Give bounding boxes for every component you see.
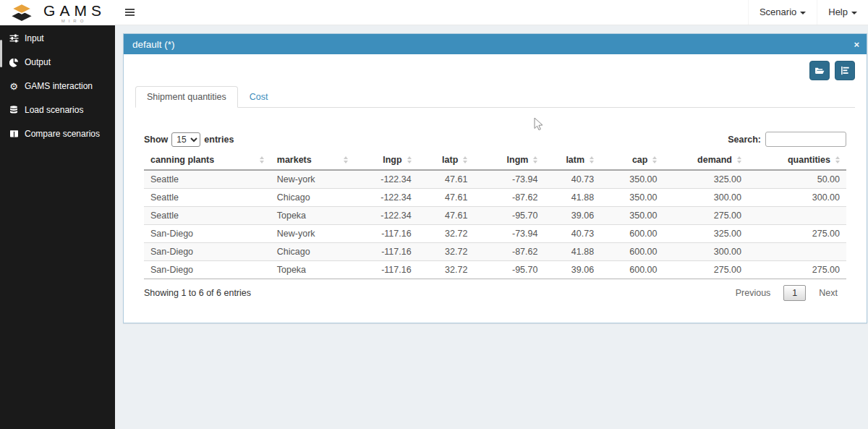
sort-icon[interactable] bbox=[652, 156, 657, 163]
column-header-demand[interactable]: demand bbox=[663, 151, 748, 170]
table-cell: -122.34 bbox=[354, 170, 417, 189]
table-cell: 40.73 bbox=[544, 225, 600, 243]
sidebar-scrollbar[interactable] bbox=[0, 40, 2, 67]
tab-shipment-quantities[interactable]: Shipment quantities bbox=[135, 86, 238, 108]
sidebar-item-compare-scenarios[interactable]: Compare scenarios bbox=[0, 123, 115, 145]
sidebar-item-output[interactable]: Output bbox=[0, 51, 115, 73]
sidebar-nav: InputOutput⚙GAMS interactionLoad scenari… bbox=[0, 27, 115, 145]
table-cell: 275.00 bbox=[663, 207, 748, 225]
column-header-quantities[interactable]: quantities bbox=[748, 151, 846, 170]
search-area: Search: bbox=[728, 132, 846, 147]
page-1-button[interactable]: 1 bbox=[783, 285, 806, 301]
table-cell: -73.94 bbox=[474, 170, 544, 189]
column-header-lngp[interactable]: lngp bbox=[354, 151, 417, 170]
table-cell: Topeka bbox=[271, 207, 355, 225]
close-icon[interactable]: × bbox=[854, 40, 859, 49]
sidebar-item-load-scenarios[interactable]: Load scenarios bbox=[0, 99, 115, 121]
sidebar-item-gams-interaction[interactable]: ⚙GAMS interaction bbox=[0, 75, 115, 97]
column-label: latp bbox=[442, 155, 458, 165]
chart-view-button[interactable] bbox=[835, 61, 855, 80]
table-row[interactable]: SeattleTopeka-122.3447.61-95.7039.06350.… bbox=[144, 207, 846, 225]
column-header-lngm[interactable]: lngm bbox=[474, 151, 544, 170]
table-cell: 325.00 bbox=[663, 170, 748, 189]
table-cell bbox=[748, 207, 846, 225]
table-row[interactable]: San-DiegoNew-york-117.1632.72-73.9440.73… bbox=[144, 225, 846, 243]
tab-bar: Shipment quantities Cost bbox=[135, 86, 855, 108]
table-cell: 32.72 bbox=[418, 243, 475, 261]
pie-chart-icon bbox=[9, 58, 19, 67]
sidebar-item-input[interactable]: Input bbox=[0, 27, 115, 49]
column-label: latm bbox=[566, 155, 584, 165]
sidebar: InputOutput⚙GAMS interactionLoad scenari… bbox=[0, 25, 115, 429]
previous-page-button[interactable]: Previous bbox=[727, 285, 780, 301]
table-cell: New-york bbox=[271, 225, 355, 243]
table-cell: -122.34 bbox=[354, 189, 417, 207]
table-cell: 275.00 bbox=[663, 261, 748, 279]
table-cell: 350.00 bbox=[600, 189, 663, 207]
sort-icon[interactable] bbox=[260, 156, 264, 163]
table-cell: 50.00 bbox=[748, 170, 846, 189]
table-cell: Seattle bbox=[144, 170, 271, 189]
gams-logo-icon bbox=[9, 2, 34, 24]
column-label: lngm bbox=[507, 155, 529, 165]
top-navbar: GAMS MIRO Scenario Help bbox=[0, 0, 868, 25]
show-label: Show bbox=[144, 135, 168, 145]
brand-name: GAMS bbox=[39, 3, 106, 18]
table-row[interactable]: San-DiegoTopeka-117.1632.72-95.7039.0660… bbox=[144, 261, 846, 279]
menu-help-label: Help bbox=[828, 7, 848, 17]
menu-help[interactable]: Help bbox=[817, 0, 868, 25]
table-cell: San-Diego bbox=[144, 243, 271, 261]
table-cell: 300.00 bbox=[663, 243, 748, 261]
column-header-markets[interactable]: markets bbox=[271, 151, 355, 170]
table-cell: 600.00 bbox=[600, 261, 663, 279]
sliders-icon bbox=[9, 34, 19, 43]
table-cell: 325.00 bbox=[663, 225, 748, 243]
search-input[interactable] bbox=[765, 132, 846, 147]
sort-icon[interactable] bbox=[590, 156, 594, 163]
navbar-menu: Scenario Help bbox=[748, 0, 868, 25]
sidebar-toggle-icon[interactable] bbox=[115, 0, 144, 25]
panel-body: Shipment quantities Cost Show 15 entries… bbox=[124, 54, 867, 323]
table-cell: -87.62 bbox=[474, 189, 544, 207]
page-length-select[interactable]: 15 bbox=[171, 132, 200, 147]
column-header-latm[interactable]: latm bbox=[544, 151, 600, 170]
table-body: SeattleNew-york-122.3447.61-73.9440.7335… bbox=[144, 170, 846, 279]
table-cell: 275.00 bbox=[748, 261, 846, 279]
table-cell: Seattle bbox=[144, 207, 271, 225]
columns-icon bbox=[9, 129, 19, 138]
table-row[interactable]: SeattleChicago-122.3447.61-87.6241.88350… bbox=[144, 189, 846, 207]
table-footer: Showing 1 to 6 of 6 entries Previous 1 N… bbox=[144, 285, 846, 301]
table-cell: Topeka bbox=[271, 261, 355, 279]
menu-scenario[interactable]: Scenario bbox=[748, 0, 817, 25]
next-page-button[interactable]: Next bbox=[810, 285, 846, 301]
table-cell: 32.72 bbox=[418, 261, 475, 279]
table-cell: New-york bbox=[271, 170, 355, 189]
sidebar-item-label: GAMS interaction bbox=[25, 81, 93, 91]
sort-icon[interactable] bbox=[344, 156, 348, 163]
tab-cost[interactable]: Cost bbox=[238, 86, 280, 108]
column-header-latp[interactable]: latp bbox=[418, 151, 475, 170]
menu-scenario-label: Scenario bbox=[760, 7, 796, 17]
panel-title: default (*) bbox=[132, 39, 175, 50]
sort-icon[interactable] bbox=[407, 156, 412, 163]
table-row[interactable]: SeattleNew-york-122.3447.61-73.9440.7335… bbox=[144, 170, 846, 189]
gear-icon: ⚙ bbox=[9, 82, 19, 91]
table-cell: 47.61 bbox=[418, 170, 475, 189]
column-header-cap[interactable]: cap bbox=[600, 151, 663, 170]
column-header-canning-plants[interactable]: canning plants bbox=[144, 151, 271, 170]
sort-icon[interactable] bbox=[737, 156, 741, 163]
table-cell: 39.06 bbox=[544, 261, 600, 279]
column-label: demand bbox=[697, 155, 732, 165]
tab-content: Show 15 entries Search: canning plantsma… bbox=[135, 132, 855, 301]
sort-icon[interactable] bbox=[835, 156, 840, 163]
table-cell: -73.94 bbox=[474, 225, 544, 243]
panel-toolbar bbox=[135, 61, 855, 80]
column-label: canning plants bbox=[150, 155, 214, 165]
sort-icon[interactable] bbox=[463, 156, 467, 163]
sort-icon[interactable] bbox=[533, 156, 537, 163]
load-scenario-button[interactable] bbox=[809, 61, 830, 80]
table-cell: Chicago bbox=[271, 243, 355, 261]
table-row[interactable]: San-DiegoChicago-117.1632.72-87.6241.886… bbox=[144, 243, 846, 261]
table-cell: 350.00 bbox=[600, 207, 663, 225]
brand-logo[interactable]: GAMS MIRO bbox=[0, 0, 115, 25]
